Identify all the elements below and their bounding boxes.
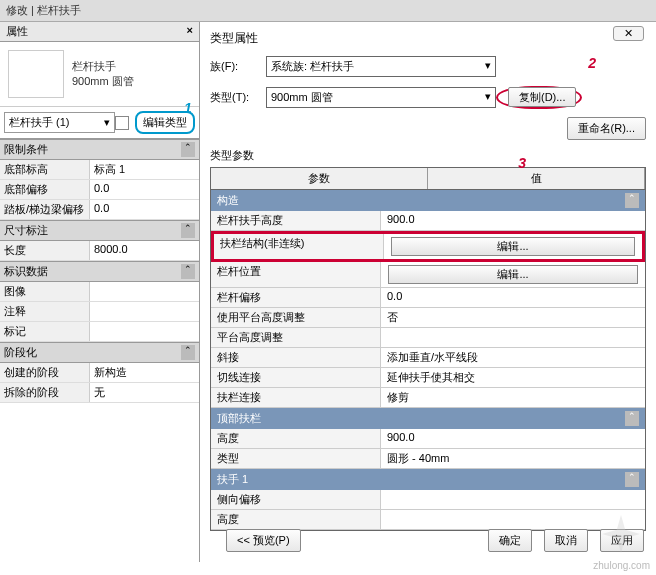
cancel-button[interactable]: 取消 [544, 529, 588, 552]
instance-selector[interactable]: 栏杆扶手 (1) ▾ [4, 112, 115, 133]
param-value[interactable]: 900.0 [381, 211, 645, 230]
param-section-header[interactable]: 扶手 1⌃ [211, 469, 645, 490]
param-table-body: 构造⌃栏杆扶手高度900.0扶栏结构(非连续)编辑...栏杆位置编辑...栏杆偏… [211, 190, 645, 530]
param-row: 斜接添加垂直/水平线段 [211, 348, 645, 368]
properties-header: 属性 × [0, 22, 199, 42]
param-value[interactable]: 编辑... [381, 262, 645, 287]
edit-cell-button[interactable]: 编辑... [388, 265, 638, 284]
type-name: 栏杆扶手 [72, 59, 134, 74]
rename-row: 重命名(R)... [210, 117, 646, 140]
property-row: 底部偏移0.0 [0, 180, 199, 200]
prop-label: 图像 [0, 282, 90, 301]
type-dropdown[interactable]: 900mm 圆管 ▾ [266, 87, 496, 108]
prop-value[interactable]: 新构造 [90, 363, 199, 382]
prop-value[interactable] [90, 302, 199, 321]
prop-value[interactable]: 8000.0 [90, 241, 199, 260]
type-row: 类型(T): 900mm 圆管 ▾ 复制(D)... [210, 86, 646, 109]
prop-value[interactable] [90, 322, 199, 341]
properties-title: 属性 [6, 24, 28, 39]
collapse-icon[interactable]: ⌃ [181, 264, 195, 279]
collapse-icon[interactable]: ⌃ [625, 472, 639, 487]
property-row: 创建的阶段新构造 [0, 363, 199, 383]
param-name: 侧向偏移 [211, 490, 381, 509]
type-info: 栏杆扶手 900mm 圆管 [72, 59, 134, 90]
param-row: 切线连接延伸扶手使其相交 [211, 368, 645, 388]
param-value[interactable]: 900.0 [381, 429, 645, 448]
param-row: 使用平台高度调整否 [211, 308, 645, 328]
annotation-1: 1 [184, 100, 192, 116]
prop-label: 拆除的阶段 [0, 383, 90, 402]
param-section-header[interactable]: 顶部扶栏⌃ [211, 408, 645, 429]
filter-icon[interactable] [115, 116, 129, 130]
param-name: 扶栏连接 [211, 388, 381, 407]
property-row: 长度8000.0 [0, 241, 199, 261]
copy-button-highlight: 复制(D)... [496, 86, 582, 109]
param-name: 扶栏结构(非连续) [214, 234, 384, 259]
param-row: 栏杆扶手高度900.0 [211, 211, 645, 231]
chevron-down-icon: ▾ [485, 90, 491, 105]
type-value: 900mm 圆管 [271, 90, 333, 105]
family-dropdown[interactable]: 系统族: 栏杆扶手 ▾ [266, 56, 496, 77]
chevron-down-icon: ▾ [485, 59, 491, 74]
ok-button[interactable]: 确定 [488, 529, 532, 552]
family-label: 族(F): [210, 59, 266, 74]
window-titlebar: 修改 | 栏杆扶手 [0, 0, 656, 22]
type-thumbnail [8, 50, 64, 98]
copy-button[interactable]: 复制(D)... [508, 87, 576, 107]
col-value: 值 [428, 168, 645, 189]
group-header[interactable]: 标识数据⌃ [0, 261, 199, 282]
param-row: 栏杆偏移0.0 [211, 288, 645, 308]
param-name: 栏杆扶手高度 [211, 211, 381, 230]
prop-label: 标记 [0, 322, 90, 341]
edit-cell-button[interactable]: 编辑... [391, 237, 635, 256]
dialog-close-button[interactable]: ✕ [613, 26, 644, 41]
family-row: 族(F): 系统族: 栏杆扶手 ▾ 载入(L)... [210, 55, 646, 78]
collapse-icon[interactable]: ⌃ [181, 142, 195, 157]
collapse-icon[interactable]: ⌃ [625, 411, 639, 426]
param-value[interactable]: 编辑... [384, 234, 642, 259]
preview-button[interactable]: << 预览(P) [226, 529, 301, 552]
prop-label: 底部偏移 [0, 180, 90, 199]
param-value[interactable]: 0.0 [381, 288, 645, 307]
dialog-title: 类型属性 [210, 30, 646, 55]
param-name: 使用平台高度调整 [211, 308, 381, 327]
param-value[interactable]: 添加垂直/水平线段 [381, 348, 645, 367]
prop-value[interactable]: 0.0 [90, 200, 199, 219]
param-name: 高度 [211, 429, 381, 448]
property-row: 图像 [0, 282, 199, 302]
collapse-icon[interactable]: ⌃ [181, 345, 195, 360]
prop-label: 注释 [0, 302, 90, 321]
prop-label: 创建的阶段 [0, 363, 90, 382]
group-header[interactable]: 限制条件⌃ [0, 139, 199, 160]
prop-value[interactable] [90, 282, 199, 301]
property-row: 底部标高标高 1 [0, 160, 199, 180]
rename-button[interactable]: 重命名(R)... [567, 117, 646, 140]
group-header[interactable]: 阶段化⌃ [0, 342, 199, 363]
property-groups: 限制条件⌃底部标高标高 1底部偏移0.0踏板/梯边梁偏移0.0尺寸标注⌃长度80… [0, 139, 199, 403]
param-value[interactable]: 修剪 [381, 388, 645, 407]
param-name: 栏杆偏移 [211, 288, 381, 307]
close-icon[interactable]: × [187, 24, 193, 39]
param-row: 侧向偏移 [211, 490, 645, 510]
main-layout: 属性 × 栏杆扶手 900mm 圆管 栏杆扶手 (1) ▾ 编辑类型 限制条件⌃… [0, 22, 656, 562]
prop-value[interactable]: 0.0 [90, 180, 199, 199]
param-section-header[interactable]: 构造⌃ [211, 190, 645, 211]
type-sub: 900mm 圆管 [72, 74, 134, 89]
prop-value[interactable]: 无 [90, 383, 199, 402]
prop-value[interactable]: 标高 1 [90, 160, 199, 179]
param-name: 类型 [211, 449, 381, 468]
param-name: 平台高度调整 [211, 328, 381, 347]
group-header[interactable]: 尺寸标注⌃ [0, 220, 199, 241]
property-row: 注释 [0, 302, 199, 322]
param-row: 高度 [211, 510, 645, 530]
type-preview: 栏杆扶手 900mm 圆管 [0, 42, 199, 107]
param-value[interactable]: 延伸扶手使其相交 [381, 368, 645, 387]
type-properties-dialog: 类型属性 ✕ 族(F): 系统族: 栏杆扶手 ▾ 载入(L)... 类型(T):… [200, 22, 656, 562]
collapse-icon[interactable]: ⌃ [181, 223, 195, 238]
param-value[interactable] [381, 328, 645, 347]
param-value[interactable]: 圆形 - 40mm [381, 449, 645, 468]
param-value[interactable]: 否 [381, 308, 645, 327]
param-value[interactable] [381, 490, 645, 509]
param-row: 扶栏连接修剪 [211, 388, 645, 408]
collapse-icon[interactable]: ⌃ [625, 193, 639, 208]
